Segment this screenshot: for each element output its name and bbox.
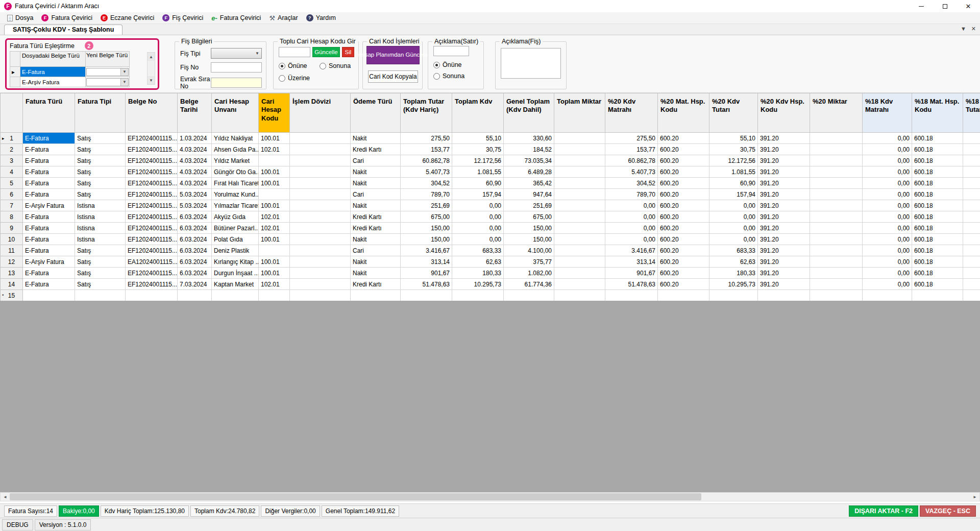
menu-eczane-cevirici[interactable]: E Eczane Çevirici [96, 13, 158, 22]
grid-cell[interactable] [658, 290, 709, 301]
row-header[interactable]: 3 [1, 155, 23, 166]
grid-cell[interactable]: 0,00 [863, 245, 912, 256]
grid-cell[interactable]: Satış [75, 256, 126, 268]
grid-cell[interactable] [259, 245, 290, 256]
mapping-source-cell[interactable]: E-Fatura [20, 67, 86, 77]
column-header[interactable]: %18 Kdv Tutarı [963, 93, 980, 133]
column-header[interactable]: İşlem Dövizi [290, 93, 351, 133]
grid-cell[interactable]: Cari [351, 155, 401, 166]
grid-cell[interactable] [554, 268, 605, 279]
grid-cell[interactable]: 683,33 [452, 245, 504, 256]
grid-cell[interactable]: 789,70 [401, 189, 452, 200]
fis-no-input[interactable] [211, 62, 262, 73]
uzerine-radio[interactable]: Üzerine [279, 75, 310, 82]
grid-cell[interactable]: 600.20 [658, 155, 709, 166]
grid-cell[interactable] [23, 290, 75, 301]
grid-cell[interactable] [554, 234, 605, 245]
grid-cell[interactable] [963, 256, 980, 268]
grid-cell[interactable]: 275,50 [401, 133, 452, 144]
grid-cell[interactable] [212, 290, 259, 301]
grid-cell[interactable]: Nakit [351, 166, 401, 178]
aciklama-fis-textarea[interactable] [501, 48, 561, 79]
grid-cell[interactable]: E-Fatura [23, 211, 75, 223]
grid-cell[interactable]: Satış [75, 144, 126, 155]
grid-cell[interactable] [554, 133, 605, 144]
grid-cell[interactable]: 61.774,36 [504, 279, 554, 290]
column-header[interactable]: %20 Mat. Hsp. Kodu [658, 93, 709, 133]
tab-satis-coklu-kdv[interactable]: SATIŞ-Çoklu KDV - Satış Şablonu [4, 25, 122, 35]
grid-cell[interactable]: Satış [75, 279, 126, 290]
scroll-down-icon[interactable]: ▼ [148, 76, 155, 84]
grid-cell[interactable]: Nakit [351, 234, 401, 245]
grid-cell[interactable]: 0,00 [863, 166, 912, 178]
grid-cell[interactable]: 0,00 [863, 178, 912, 189]
grid-cell[interactable]: 600.18 [912, 155, 963, 166]
row-header[interactable]: 2 [1, 144, 23, 155]
grid-cell[interactable]: 600.18 [912, 144, 963, 155]
grid-cell[interactable] [290, 279, 351, 290]
grid-cell[interactable]: 600.18 [912, 279, 963, 290]
grid-cell[interactable]: 600.20 [658, 133, 709, 144]
grid-cell[interactable]: 0,00 [863, 133, 912, 144]
grid-cell[interactable]: 251,69 [504, 200, 554, 211]
grid-cell[interactable]: 4.03.2024 [178, 144, 212, 155]
grid-cell[interactable] [863, 290, 912, 301]
grid-cell[interactable]: E-Fatura [23, 245, 75, 256]
hesap-planimdan-guncelle-button[interactable]: Hesap Planımdan Güncelle [366, 46, 420, 64]
grid-cell[interactable]: 0,00 [863, 234, 912, 245]
grid-cell[interactable]: 6.03.2024 [178, 245, 212, 256]
grid-cell[interactable] [963, 166, 980, 178]
grid-cell[interactable]: 391.20 [758, 178, 810, 189]
grid-cell[interactable]: Satış [75, 178, 126, 189]
grid-cell[interactable]: Yorulmaz Kund... [212, 189, 259, 200]
column-header[interactable]: Toplam Miktar [554, 93, 605, 133]
grid-cell[interactable]: 0,00 [709, 234, 758, 245]
grid-cell[interactable]: 4.03.2024 [178, 155, 212, 166]
grid-cell[interactable]: 12.172,56 [709, 155, 758, 166]
menu-fatura-cevirici[interactable]: F Fatura Çevirici [37, 13, 96, 22]
grid-cell[interactable]: 60,90 [709, 178, 758, 189]
grid-cell[interactable] [504, 290, 554, 301]
grid-cell[interactable]: E-Arşiv Fatura [23, 256, 75, 268]
onune-radio[interactable]: Önüne [279, 62, 320, 69]
grid-cell[interactable]: 102.01 [259, 279, 290, 290]
grid-cell[interactable] [290, 166, 351, 178]
onune-radio[interactable]: Önüne [433, 61, 462, 68]
grid-cell[interactable]: 157,94 [452, 189, 504, 200]
grid-cell[interactable]: 100.01 [259, 256, 290, 268]
grid-cell[interactable] [810, 144, 863, 155]
grid-cell[interactable]: 391.20 [758, 144, 810, 155]
row-header[interactable]: 5 [1, 178, 23, 189]
grid-cell[interactable]: 0,00 [605, 234, 658, 245]
grid-cell[interactable]: EF12024001115... [126, 144, 178, 155]
grid-cell[interactable]: EF12024001115... [126, 234, 178, 245]
grid-cell[interactable] [963, 290, 980, 301]
menu-fis-cevirici[interactable]: F Fiş Çevirici [158, 13, 207, 22]
menu-efatura-cevirici[interactable]: e- Fatura Çevirici [207, 13, 265, 23]
scroll-left-icon[interactable]: ◄ [1, 493, 10, 501]
grid-cell[interactable]: E-Arşiv Fatura [23, 200, 75, 211]
grid-cell[interactable]: 600.20 [658, 256, 709, 268]
grid-cell[interactable]: 5.407,73 [401, 166, 452, 178]
grid-cell[interactable]: 0,00 [605, 223, 658, 234]
grid-cell[interactable]: 180,33 [709, 268, 758, 279]
grid-cell[interactable]: Satış [75, 166, 126, 178]
grid-cell[interactable] [290, 223, 351, 234]
grid-cell[interactable]: 683,33 [709, 245, 758, 256]
grid-cell[interactable]: 3.416,67 [605, 245, 658, 256]
column-header[interactable]: Belge No [126, 93, 178, 133]
grid-cell[interactable]: 10.295,73 [709, 279, 758, 290]
grid-cell[interactable]: 6.03.2024 [178, 234, 212, 245]
grid-cell[interactable] [259, 155, 290, 166]
grid-cell[interactable]: Fırat Halı Ticaret [212, 178, 259, 189]
grid-cell[interactable]: 391.20 [758, 189, 810, 200]
mapping-source-cell[interactable]: E-Arşiv Fatura [20, 77, 86, 87]
grid-cell[interactable]: 62,63 [709, 256, 758, 268]
row-header[interactable]: 13 [1, 268, 23, 279]
grid-cell[interactable]: 100.01 [259, 268, 290, 279]
grid-cell[interactable]: Kaptan Market [212, 279, 259, 290]
grid-cell[interactable]: 0,00 [605, 200, 658, 211]
row-header[interactable]: ▸1 [1, 133, 23, 144]
grid-cell[interactable]: EF12024001115... [126, 211, 178, 223]
grid-cell[interactable]: Satış [75, 268, 126, 279]
